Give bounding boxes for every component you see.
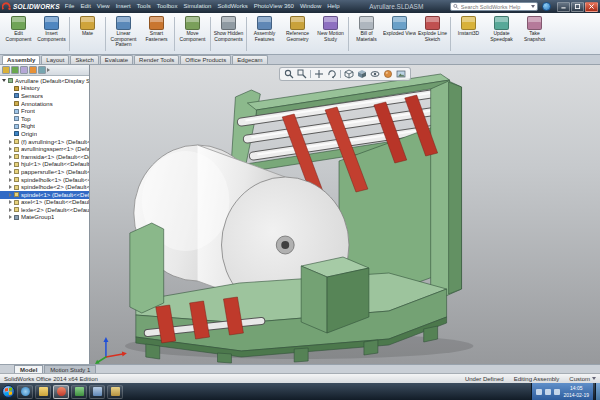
tree-item-annotations[interactable]: Annotations: [0, 100, 89, 108]
expand-arrow-icon[interactable]: [9, 147, 12, 151]
taskbar-app-button-3[interactable]: [53, 385, 69, 399]
display-style-icon[interactable]: [357, 69, 367, 79]
zoom-to-area-icon[interactable]: [297, 69, 307, 79]
expand-arrow-icon[interactable]: [9, 208, 12, 212]
tree-item-component[interactable]: axel<1> (Default<<Default...: [0, 199, 89, 207]
insert-components-button[interactable]: Insert Components: [35, 14, 68, 54]
graphics-area[interactable]: [90, 65, 600, 364]
minimize-button[interactable]: [557, 2, 570, 12]
chevron-down-icon[interactable]: [531, 5, 535, 8]
expand-arrow-icon[interactable]: [9, 185, 12, 189]
tree-item-component[interactable]: hjul<1> (Default<<Default>...: [0, 161, 89, 169]
menu-photoview360[interactable]: PhotoView 360: [251, 0, 297, 13]
units-dropdown[interactable]: Custom: [569, 376, 596, 382]
tree-item-component[interactable]: avrullningssperr<1> (Default...: [0, 145, 89, 153]
taskbar-app-button-6[interactable]: [107, 385, 123, 399]
tab-render-tools[interactable]: Render Tools: [134, 55, 179, 64]
tab-edgecam[interactable]: Edgecam: [232, 55, 267, 64]
panel-expand-icon[interactable]: [47, 68, 50, 72]
edit-appearance-icon[interactable]: [383, 69, 393, 79]
tab-motion-study-1[interactable]: Motion Study 1: [44, 365, 96, 373]
zoom-to-fit-icon[interactable]: [284, 69, 294, 79]
show-desktop-button[interactable]: [595, 383, 600, 400]
expand-arrow-icon[interactable]: [9, 170, 12, 174]
tree-item-component[interactable]: (f) avrullning<1> (Default<<De...: [0, 138, 89, 146]
taskbar-app-button-5[interactable]: [89, 385, 105, 399]
menu-solidworks[interactable]: SolidWorks: [214, 0, 250, 13]
expand-arrow-icon[interactable]: [2, 79, 6, 82]
displaymanager-tab-icon[interactable]: [38, 66, 46, 74]
rotate-view-icon[interactable]: [327, 69, 337, 79]
menu-edit[interactable]: Edit: [77, 0, 93, 13]
tree-item-top-plane[interactable]: Top: [0, 115, 89, 123]
taskbar-clock[interactable]: 14:05 2014-02-19: [563, 385, 589, 398]
expand-arrow-icon[interactable]: [9, 155, 12, 159]
new-motion-study-button[interactable]: New Motion Study: [314, 14, 347, 54]
instant3d-button[interactable]: Instant3D: [452, 14, 485, 54]
tree-item-mategroup[interactable]: MateGroup1: [0, 214, 89, 222]
tree-item-origin[interactable]: Origin: [0, 130, 89, 138]
tab-evaluate[interactable]: Evaluate: [100, 55, 133, 64]
menu-simulation[interactable]: Simulation: [180, 0, 214, 13]
taskbar-app-button-4[interactable]: [71, 385, 87, 399]
apply-scene-icon[interactable]: [396, 69, 406, 79]
hide-show-items-icon[interactable]: [370, 69, 380, 79]
bill-of-materials-button[interactable]: Bill of Materials: [350, 14, 383, 54]
tray-network-icon[interactable]: [536, 389, 542, 395]
explode-line-sketch-button[interactable]: Explode Line Sketch: [416, 14, 449, 54]
move-component-button[interactable]: Move Component: [176, 14, 209, 54]
tree-item-sensors[interactable]: Sensors: [0, 92, 89, 100]
maximize-button[interactable]: [571, 2, 584, 12]
tray-battery-icon[interactable]: [554, 389, 560, 395]
tree-item-component[interactable]: lexle<2> (Default<<Defaul...: [0, 206, 89, 214]
menu-toolbox[interactable]: Toolbox: [154, 0, 181, 13]
view-orientation-icon[interactable]: [344, 69, 354, 79]
propertymanager-tab-icon[interactable]: [11, 66, 19, 74]
expand-arrow-icon[interactable]: [9, 200, 12, 204]
tab-assembly[interactable]: Assembly: [2, 55, 40, 64]
menu-help[interactable]: Help: [324, 0, 342, 13]
tree-item-history[interactable]: History: [0, 85, 89, 93]
taskbar-app-button-1[interactable]: [17, 385, 33, 399]
menu-window[interactable]: Window: [297, 0, 324, 13]
tree-item-root[interactable]: Avrullare (Default<Display Stat...: [0, 77, 89, 85]
close-button[interactable]: [585, 2, 598, 12]
tree-item-front-plane[interactable]: Front: [0, 107, 89, 115]
tab-model[interactable]: Model: [14, 365, 43, 373]
expand-arrow-icon[interactable]: [9, 193, 12, 197]
expand-arrow-icon[interactable]: [9, 140, 12, 144]
featuremanager-tree-tab-icon[interactable]: [2, 66, 10, 74]
smart-fasteners-button[interactable]: Smart Fasteners: [140, 14, 173, 54]
expand-arrow-icon[interactable]: [9, 178, 12, 182]
menu-tools[interactable]: Tools: [134, 0, 154, 13]
take-snapshot-button[interactable]: Take Snapshot: [518, 14, 551, 54]
taskbar-app-button-2[interactable]: [35, 385, 51, 399]
model-canvas[interactable]: [90, 65, 600, 364]
show-hidden-components-button[interactable]: Show Hidden Components: [212, 14, 245, 54]
linear-component-pattern-button[interactable]: Linear Component Pattern: [107, 14, 140, 54]
tab-office-products[interactable]: Office Products: [180, 55, 231, 64]
expand-arrow-icon[interactable]: [9, 162, 12, 166]
dimxpertmanager-tab-icon[interactable]: [29, 66, 37, 74]
menu-insert[interactable]: Insert: [113, 0, 134, 13]
assembly-features-button[interactable]: Assembly Features: [248, 14, 281, 54]
pan-icon[interactable]: [314, 69, 324, 79]
search-input[interactable]: [461, 4, 529, 10]
tree-item-component[interactable]: spindelhode<2> (Default<...: [0, 183, 89, 191]
mate-button[interactable]: Mate: [71, 14, 104, 54]
tab-layout[interactable]: Layout: [41, 55, 69, 64]
expand-arrow-icon[interactable]: [9, 215, 12, 219]
tree-item-component[interactable]: framsida<1> (Default<<Defa...: [0, 153, 89, 161]
configurationmanager-tab-icon[interactable]: [20, 66, 28, 74]
exploded-view-button[interactable]: Exploded View: [383, 14, 416, 54]
help-icon[interactable]: [542, 2, 551, 11]
tray-volume-icon[interactable]: [545, 389, 551, 395]
tab-sketch[interactable]: Sketch: [70, 55, 98, 64]
tree-item-component-selected[interactable]: spindel<1> (Default<<Defa...: [0, 191, 89, 199]
edit-component-button[interactable]: Edit Component: [2, 14, 35, 54]
tree-item-right-plane[interactable]: Right: [0, 123, 89, 131]
menu-view[interactable]: View: [94, 0, 113, 13]
start-button[interactable]: [2, 385, 15, 398]
tree-item-component[interactable]: pappersrulle<1> (Default<<...: [0, 168, 89, 176]
update-speedpak-button[interactable]: Update Speedpak: [485, 14, 518, 54]
